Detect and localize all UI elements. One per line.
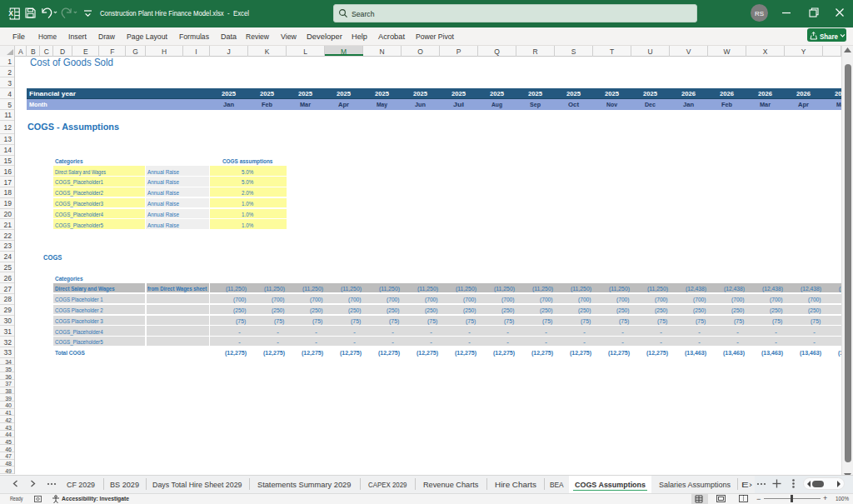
svg-text:from Direct Wages sheet: from Direct Wages sheet (147, 285, 207, 292)
svg-text:(11,250): (11,250) (264, 285, 285, 292)
svg-text:Ready: Ready (10, 495, 23, 502)
svg-text:-: - (775, 328, 778, 336)
svg-text:(250): (250) (348, 307, 362, 314)
svg-text:(250): (250) (731, 307, 745, 314)
svg-text:(250): (250) (501, 307, 515, 314)
svg-text:-: - (545, 338, 548, 346)
svg-text:BEA: BEA (550, 481, 564, 489)
svg-text:5.0%: 5.0% (242, 178, 253, 186)
svg-text:(13,463): (13,463) (723, 349, 745, 357)
svg-text:2025: 2025 (413, 90, 428, 97)
svg-text:(11,250): (11,250) (647, 285, 668, 292)
svg-text:Categories: Categories (55, 157, 83, 165)
svg-text:2026: 2026 (720, 90, 734, 97)
svg-text:(700): (700) (731, 296, 745, 303)
svg-text:(75): (75) (696, 317, 706, 325)
svg-text:(12,275): (12,275) (302, 349, 323, 357)
svg-text:(75): (75) (274, 317, 285, 325)
svg-text:(700): (700) (463, 296, 476, 303)
svg-text:2.0%: 2.0% (242, 189, 253, 197)
svg-text:(75): (75) (734, 317, 745, 325)
svg-text:(11,250): (11,250) (494, 285, 515, 292)
svg-text:Month: Month (29, 101, 47, 108)
svg-text:-: - (813, 328, 816, 336)
svg-text:(12,275): (12,275) (340, 349, 362, 357)
svg-text:Hire Charts: Hire Charts (495, 481, 537, 489)
svg-text:(700): (700) (540, 296, 553, 303)
svg-text:Annual Raise: Annual Raise (147, 189, 179, 197)
svg-text:(250): (250) (693, 307, 706, 314)
svg-text:COGS: COGS (43, 253, 62, 262)
svg-text:Data: Data (221, 32, 237, 41)
svg-text:Jul: Jul (453, 101, 464, 108)
svg-text:(12,275): (12,275) (570, 349, 591, 357)
svg-text:Days Total Hire Sheet 2029: Days Total Hire Sheet 2029 (152, 481, 242, 489)
svg-text:2025: 2025 (337, 90, 352, 97)
svg-text:-: - (277, 338, 280, 346)
svg-text:(250): (250) (808, 307, 821, 314)
svg-text:(250): (250) (655, 307, 668, 314)
svg-text:(75): (75) (389, 317, 400, 325)
svg-text:(12,275): (12,275) (531, 349, 553, 357)
svg-text:Formulas: Formulas (179, 32, 209, 41)
svg-text:Power Pivot: Power Pivot (416, 32, 454, 41)
svg-text:-: - (698, 338, 701, 346)
svg-text:(75): (75) (772, 317, 783, 325)
svg-text:Cost of Goods Sold: Cost of Goods Sold (30, 57, 113, 68)
svg-text:2026: 2026 (758, 90, 772, 97)
svg-text:Feb: Feb (262, 101, 272, 108)
svg-text:(12,275): (12,275) (378, 349, 400, 357)
svg-text:(11,250): (11,250) (609, 285, 630, 292)
svg-text:Help: Help (352, 32, 367, 41)
svg-text:(13,463): (13,463) (685, 349, 706, 357)
svg-text:2025: 2025 (528, 90, 543, 97)
svg-text:Jan: Jan (683, 101, 694, 108)
svg-text:100%: 100% (836, 495, 849, 502)
svg-text:Direct Salary and Wages: Direct Salary and Wages (55, 168, 106, 176)
svg-text:(700): (700) (387, 296, 400, 303)
svg-text:Feb: Feb (721, 101, 732, 108)
svg-text:Dec: Dec (645, 101, 656, 108)
svg-text:(700): (700) (616, 296, 630, 303)
svg-text:(250): (250) (770, 307, 783, 314)
svg-text:-: - (238, 338, 242, 346)
svg-text:(75): (75) (236, 317, 247, 325)
svg-text:(75): (75) (619, 317, 630, 325)
svg-text:(250): (250) (463, 307, 476, 314)
svg-text:(75): (75) (466, 317, 476, 325)
svg-text:(700): (700) (272, 296, 285, 303)
svg-text:(12,275): (12,275) (263, 349, 285, 357)
svg-text:(12,438): (12,438) (724, 285, 745, 292)
svg-text:Salaries Assumptions: Salaries Assumptions (659, 481, 731, 489)
svg-text:-: - (660, 328, 663, 336)
svg-text:2026: 2026 (796, 90, 811, 97)
svg-text:Review: Review (246, 32, 269, 41)
svg-text:E›: E› (741, 481, 752, 489)
svg-text:-: - (353, 328, 357, 336)
svg-text:COGS assumptions: COGS assumptions (222, 157, 273, 165)
svg-text:Revenue Charts: Revenue Charts (423, 481, 479, 489)
svg-text:Insert: Insert (68, 32, 87, 41)
svg-text:COGS_Placeholder5: COGS_Placeholder5 (54, 338, 102, 346)
svg-text:-: - (353, 338, 357, 346)
svg-text:1.0%: 1.0% (242, 211, 253, 218)
svg-text:RS: RS (755, 10, 764, 17)
svg-text:2025: 2025 (490, 90, 505, 97)
svg-text:(11,250): (11,250) (226, 285, 247, 292)
svg-text:COGS Assumptions: COGS Assumptions (575, 481, 646, 489)
svg-text:Apr: Apr (798, 101, 809, 108)
svg-text:-: - (392, 338, 395, 346)
svg-text:-: - (392, 328, 395, 336)
svg-text:Annual Raise: Annual Raise (147, 211, 179, 218)
svg-text:-: - (468, 328, 471, 336)
svg-text:(75): (75) (312, 317, 323, 325)
svg-text:-: - (621, 328, 625, 336)
svg-text:Sep: Sep (530, 101, 541, 108)
svg-text:(12,438): (12,438) (801, 285, 821, 292)
svg-text:2025: 2025 (222, 90, 237, 97)
svg-text:-: - (583, 328, 586, 336)
svg-text:Share: Share (820, 32, 838, 41)
svg-text:(250): (250) (425, 307, 438, 314)
svg-text:(13,463): (13,463) (761, 349, 783, 357)
svg-text:Statements Summary 2029: Statements Summary 2029 (257, 481, 352, 489)
